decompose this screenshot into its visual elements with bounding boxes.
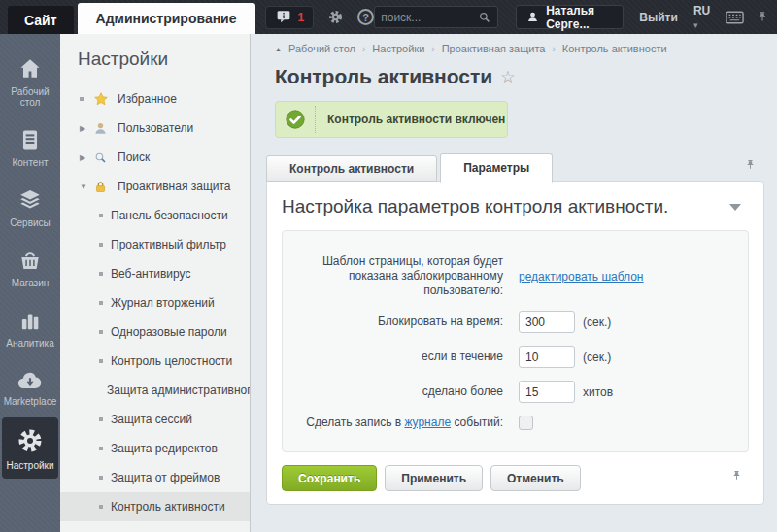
menu-title: Настройки: [78, 49, 250, 70]
iconbar-label: Marketplace: [4, 396, 56, 407]
menu-item-label: Защита сессий: [111, 413, 192, 426]
notifications-button[interactable]: 1: [265, 6, 315, 29]
favorite-star-icon[interactable]: ☆: [500, 67, 515, 87]
menu-item-intrusion-log[interactable]: Журнал вторжений: [60, 288, 250, 317]
topbar-search: [374, 6, 498, 28]
iconbar-label: Рабочий стол: [2, 86, 58, 108]
breadcrumb-item[interactable]: Рабочий стол: [288, 43, 355, 54]
breadcrumb-home-icon[interactable]: ▲: [275, 46, 282, 52]
log-checkbox[interactable]: [519, 416, 533, 430]
collapse-chevron-icon[interactable]: [729, 204, 741, 211]
iconbar-label: Настройки: [6, 460, 53, 471]
menu-item-label: Одноразовые пароли: [111, 325, 227, 339]
document-icon: [17, 127, 43, 152]
search-icon[interactable]: [478, 11, 491, 24]
iconbar-item-settings[interactable]: Настройки: [2, 417, 58, 479]
bullet-icon: [99, 505, 103, 509]
lock-icon: [93, 180, 111, 194]
status-banner: Контроль активности включен: [275, 101, 508, 138]
pin-icon[interactable]: [730, 469, 743, 487]
iconbar-item-analytics[interactable]: Аналитика: [2, 299, 58, 356]
menu-item-label: Защита от фреймов: [111, 471, 220, 484]
notification-bubble-icon: [275, 9, 292, 25]
edit-template-link[interactable]: редактировать шаблон: [519, 270, 644, 283]
menu-item-proactive-filter[interactable]: Проактивный фильтр: [60, 230, 250, 259]
user-menu-button[interactable]: Наталья Серге...: [516, 5, 624, 29]
menu-item-users[interactable]: ▶ Пользователи: [60, 114, 250, 143]
block-time-unit: (сек.): [583, 316, 611, 329]
hits-input[interactable]: [519, 381, 575, 403]
event-log-link[interactable]: журнале: [404, 416, 451, 429]
home-icon: [17, 56, 44, 82]
user-avatar-icon: [526, 11, 539, 23]
form-actions: Сохранить Применить Отменить: [282, 452, 749, 504]
log-label: Сделать запись в журнале событий:: [283, 416, 511, 430]
iconbar-item-marketplace[interactable]: Marketplace: [2, 359, 58, 415]
chevron-right-icon[interactable]: ▶: [80, 124, 93, 133]
iconbar-item-services[interactable]: Сервисы: [2, 179, 58, 236]
check-circle-icon: [285, 109, 306, 130]
menu-item-proactive-protection[interactable]: ▼ Проактивная защита: [60, 172, 250, 201]
menu-item-one-time-passwords[interactable]: Одноразовые пароли: [60, 317, 250, 347]
iconbar-label: Сервисы: [10, 217, 50, 228]
tab-label: Контроль активности: [289, 162, 414, 176]
menu-item-activity-control[interactable]: Контроль активности: [60, 492, 250, 521]
divider: [315, 106, 316, 133]
menu-item-web-antivirus[interactable]: Веб-антивирус: [60, 259, 250, 288]
topbar-pin-icon[interactable]: [756, 10, 769, 25]
save-button[interactable]: Сохранить: [282, 465, 377, 491]
logout-link[interactable]: Выйти: [639, 11, 678, 24]
iconbar-label: Контент: [12, 157, 48, 168]
interval-input[interactable]: [519, 346, 575, 368]
tab-site[interactable]: Сайт: [8, 6, 74, 34]
search-input[interactable]: [381, 11, 478, 24]
menu-item-integrity-control[interactable]: Контроль целостности: [60, 347, 250, 376]
block-time-label: Блокировать на время:: [283, 315, 511, 329]
tab-site-label: Сайт: [24, 13, 57, 28]
menu-item-favorites[interactable]: Избранное: [60, 84, 250, 114]
tab-label: Параметры: [463, 161, 529, 175]
language-selector[interactable]: RU ▾: [693, 4, 712, 31]
search-icon: [93, 150, 111, 165]
iconbar-item-shop[interactable]: Магазин: [2, 239, 58, 296]
iconbar-item-desktop[interactable]: Рабочий стол: [2, 48, 58, 116]
bullet-icon: [99, 214, 103, 217]
pin-icon[interactable]: [744, 158, 757, 177]
language-label: RU: [693, 4, 710, 17]
breadcrumb-separator: ›: [552, 44, 555, 54]
breadcrumb-separator: ›: [362, 44, 365, 54]
menu-item-search[interactable]: ▶ Поиск: [60, 143, 250, 172]
hotkeys-keyboard-icon[interactable]: [726, 11, 744, 24]
settings-gear-icon[interactable]: [327, 9, 344, 25]
menu-item-security-panel[interactable]: Панель безопасности: [60, 201, 250, 230]
help-icon[interactable]: ?: [357, 9, 374, 25]
menu-item-admin-section-protection[interactable]: Защита административного ра: [60, 376, 250, 405]
menu-item-redirect-protection[interactable]: Защита редиректов: [60, 434, 250, 463]
hits-label: сделано более: [283, 384, 511, 399]
menu-item-session-protection[interactable]: Защита сессий: [60, 405, 250, 434]
chart-icon: [17, 308, 43, 333]
block-time-input[interactable]: [519, 311, 575, 333]
tab-admin[interactable]: Администрирование: [78, 3, 255, 34]
tab-activity-control[interactable]: Контроль активности: [266, 155, 437, 182]
menu-item-label: Пользователи: [118, 121, 193, 135]
breadcrumb-separator: ›: [431, 44, 434, 54]
user-icon: [93, 121, 111, 136]
chevron-right-icon[interactable]: ▶: [80, 153, 93, 162]
cloud-download-icon: [16, 368, 45, 391]
breadcrumb-item[interactable]: Контроль активности: [562, 43, 667, 54]
apply-button[interactable]: Применить: [385, 465, 483, 491]
menu-item-frame-protection[interactable]: Защита от фреймов: [60, 463, 250, 492]
breadcrumb-item[interactable]: Проактивная защита: [442, 43, 546, 54]
iconbar-item-content[interactable]: Контент: [2, 118, 58, 176]
tab-parameters[interactable]: Параметры: [440, 153, 553, 183]
notification-count-badge: 1: [298, 11, 305, 24]
breadcrumb-item[interactable]: Настройки: [372, 43, 424, 54]
chevron-down-icon[interactable]: ▼: [80, 183, 93, 191]
user-name: Наталья Серге...: [546, 4, 613, 31]
gear-icon: [16, 426, 45, 455]
bullet-icon: [99, 476, 103, 480]
bullet-icon: [99, 447, 103, 450]
cancel-button[interactable]: Отменить: [490, 465, 581, 491]
bullet-icon: [99, 243, 103, 247]
